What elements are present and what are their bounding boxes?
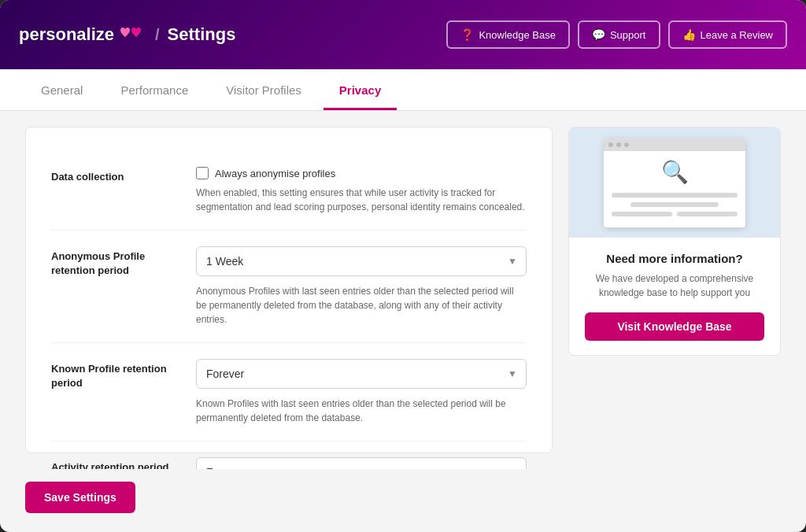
activity-retention-select-wrapper: 1 Week 2 Weeks 1 Month 3 Months 6 Months… <box>196 457 527 469</box>
info-card-title: Need more information? <box>585 252 764 265</box>
sidebar-panel: 🔍 Need more information? <box>568 127 781 453</box>
logo-text: personalize <box>19 24 114 45</box>
browser-dot-1 <box>608 142 613 147</box>
knowledge-base-icon: ❓ <box>460 28 474 41</box>
activity-retention-row: Activity retention period 1 Week 2 Weeks… <box>51 441 527 469</box>
info-card: 🔍 Need more information? <box>568 127 781 356</box>
mock-line-group <box>612 212 738 216</box>
known-retention-row: Known Profile retention period 1 Week 2 … <box>51 343 527 441</box>
activity-retention-select[interactable]: 1 Week 2 Weeks 1 Month 3 Months 6 Months… <box>196 457 527 469</box>
app-window: personalize / Settings ❓ Knowledge Base … <box>0 0 806 532</box>
anonymise-checkbox-label[interactable]: Always anonymise profiles <box>215 168 335 179</box>
logo-hearts-icon <box>119 25 147 44</box>
mock-search-icon: 🔍 <box>661 159 689 185</box>
info-card-visual: 🔍 <box>569 127 780 238</box>
header-divider: / <box>155 26 160 44</box>
visit-knowledge-base-button[interactable]: Visit Knowledge Base <box>585 312 764 341</box>
anonymous-retention-row: Anonymous Profile retention period 1 Wee… <box>51 231 527 343</box>
support-label: Support <box>610 29 646 41</box>
tabs-bar: General Performance Visitor Profiles Pri… <box>0 69 806 111</box>
anonymous-retention-label: Anonymous Profile retention period <box>51 246 177 278</box>
knowledge-base-label: Knowledge Base <box>479 29 556 41</box>
mock-browser-body: 🔍 <box>604 151 745 227</box>
mock-browser: 🔍 <box>604 139 745 227</box>
mock-browser-bar <box>604 139 745 151</box>
data-collection-description: When enabled, this setting ensures that … <box>196 186 527 214</box>
content-area: Data collection Always anonymise profile… <box>0 111 806 469</box>
data-collection-control: Always anonymise profiles When enabled, … <box>196 167 527 214</box>
anonymous-retention-description: Anonymous Profiles with last seen entrie… <box>196 284 527 327</box>
header-buttons: ❓ Knowledge Base 💬 Support 👍 Leave a Rev… <box>446 20 787 49</box>
info-card-body: Need more information? We have developed… <box>569 238 780 355</box>
tab-privacy[interactable]: Privacy <box>324 69 397 110</box>
known-retention-description: Known Profiles with last seen entries ol… <box>196 397 527 425</box>
tab-visitor-profiles[interactable]: Visitor Profiles <box>210 69 317 110</box>
header: personalize / Settings ❓ Knowledge Base … <box>0 0 806 69</box>
known-retention-control: 1 Week 2 Weeks 1 Month 3 Months 6 Months… <box>196 359 527 425</box>
leave-review-icon: 👍 <box>682 28 696 41</box>
activity-retention-control: 1 Week 2 Weeks 1 Month 3 Months 6 Months… <box>196 457 527 469</box>
known-retention-label: Known Profile retention period <box>51 359 177 390</box>
leave-review-label: Leave a Review <box>701 29 774 41</box>
mock-line-1 <box>612 193 738 198</box>
support-button[interactable]: 💬 Support <box>578 20 660 49</box>
info-card-description: We have developed a comprehensive knowle… <box>585 272 764 300</box>
anonymise-checkbox-row: Always anonymise profiles <box>196 167 527 179</box>
browser-dot-3 <box>624 142 629 147</box>
browser-dot-2 <box>616 142 621 147</box>
header-left: personalize / Settings <box>19 24 235 45</box>
known-retention-select-wrapper: 1 Week 2 Weeks 1 Month 3 Months 6 Months… <box>196 359 527 389</box>
activity-retention-label: Activity retention period <box>51 457 177 469</box>
page-title: Settings <box>168 24 236 45</box>
anonymous-retention-select[interactable]: 1 Week 2 Weeks 1 Month 3 Months 6 Months… <box>196 246 527 276</box>
data-collection-row: Data collection Always anonymise profile… <box>51 151 527 231</box>
leave-review-button[interactable]: 👍 Leave a Review <box>668 20 788 49</box>
mock-line-3 <box>612 212 672 216</box>
tab-performance[interactable]: Performance <box>105 69 204 110</box>
footer: Save Settings <box>0 469 806 532</box>
settings-panel: Data collection Always anonymise profile… <box>25 127 553 453</box>
main-content: General Performance Visitor Profiles Pri… <box>0 69 806 469</box>
known-retention-select[interactable]: 1 Week 2 Weeks 1 Month 3 Months 6 Months… <box>196 359 527 389</box>
tab-general[interactable]: General <box>25 69 98 110</box>
mock-line-2 <box>630 202 719 207</box>
anonymous-retention-select-wrapper: 1 Week 2 Weeks 1 Month 3 Months 6 Months… <box>196 246 527 276</box>
data-collection-label: Data collection <box>51 167 177 184</box>
support-icon: 💬 <box>592 28 605 41</box>
knowledge-base-button[interactable]: ❓ Knowledge Base <box>446 20 570 49</box>
logo: personalize / Settings <box>19 24 235 45</box>
anonymise-checkbox[interactable] <box>196 167 209 179</box>
anonymous-retention-control: 1 Week 2 Weeks 1 Month 3 Months 6 Months… <box>196 246 527 327</box>
mock-line-4 <box>677 212 738 216</box>
save-settings-button[interactable]: Save Settings <box>25 482 135 513</box>
